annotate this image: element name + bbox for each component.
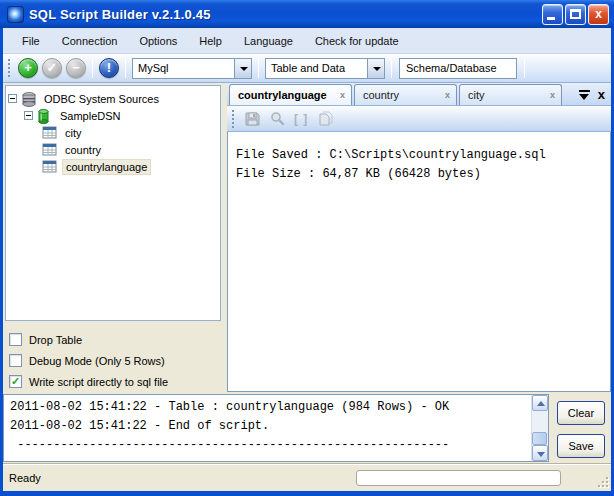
save-script-icon[interactable]	[244, 111, 261, 127]
database-type-value: MySql	[133, 62, 234, 74]
tab-countrylanguage[interactable]: countrylanguage x	[229, 84, 352, 105]
drop-table-option[interactable]: Drop Table	[9, 329, 223, 350]
log-scrollbar[interactable]	[531, 395, 548, 461]
options-panel: Drop Table Debug Mode (Only 5 Rows) ✓ Wr…	[3, 323, 223, 392]
progress-bar	[356, 470, 561, 486]
debug-mode-label: Debug Mode (Only 5 Rows)	[29, 355, 165, 367]
menu-check-for-update[interactable]: Check for update	[304, 30, 410, 52]
maximize-icon	[570, 9, 581, 19]
script-output[interactable]: File Saved : C:\Scripts\countrylanguage.…	[227, 132, 611, 392]
tab-close-icon[interactable]: x	[548, 90, 557, 100]
tree-label-countrylanguage[interactable]: countrylanguage	[62, 159, 151, 175]
table-icon	[42, 126, 58, 140]
tab-close-icon[interactable]: x	[338, 90, 347, 100]
write-script-option[interactable]: ✓ Write script directly to sql file	[9, 371, 223, 392]
sources-tree: ODBC System Sources SampleDSN city	[5, 85, 221, 321]
drop-table-label: Drop Table	[29, 334, 82, 346]
clear-button[interactable]: Clear	[557, 401, 605, 425]
tab-city[interactable]: city x	[459, 84, 562, 105]
title-bar[interactable]: SQL Script Builder v.2.1.0.45 x	[0, 0, 614, 28]
table-icon	[42, 160, 58, 174]
chevron-down-icon[interactable]	[234, 59, 251, 78]
tab-close-icon[interactable]: x	[443, 90, 452, 100]
main-toolbar: + ✓ − ! MySql Table and Data Schema/Data…	[3, 54, 611, 83]
add-connection-button[interactable]: +	[18, 58, 38, 78]
app-window: SQL Script Builder v.2.1.0.45 x File Con…	[0, 0, 614, 496]
toolbar-separator	[391, 58, 392, 78]
close-icon: x	[589, 7, 608, 22]
alert-button[interactable]: !	[99, 58, 119, 78]
menu-file[interactable]: File	[11, 30, 51, 52]
tree-label-odbc-sources[interactable]: ODBC System Sources	[41, 92, 162, 106]
app-icon	[7, 6, 24, 23]
tree-item-country[interactable]: country	[8, 141, 218, 158]
database-type-combobox[interactable]: MySql	[132, 58, 252, 79]
output-line-2: File Size : 64,87 KB (66428 bytes)	[236, 167, 481, 181]
collapse-icon[interactable]	[8, 94, 17, 103]
tree-item-countrylanguage[interactable]: countrylanguage	[8, 158, 218, 175]
menu-options[interactable]: Options	[128, 30, 188, 52]
tab-list-dropdown-icon[interactable]	[579, 90, 590, 100]
editor-toolbar: [ ]	[227, 106, 611, 132]
toolbar-separator	[92, 58, 93, 78]
confirm-button[interactable]: ✓	[42, 58, 62, 78]
dsn-database-icon	[37, 109, 53, 123]
scrollbar-thumb[interactable]	[532, 432, 547, 445]
write-script-label: Write script directly to sql file	[29, 376, 168, 388]
minimize-button[interactable]	[542, 4, 563, 25]
chevron-down-icon[interactable]	[367, 59, 384, 78]
resize-grip[interactable]	[596, 475, 608, 487]
tree-label-city[interactable]: city	[62, 126, 85, 140]
remove-button[interactable]: −	[66, 58, 86, 78]
tab-label: city	[468, 89, 548, 101]
server-database-icon	[21, 92, 37, 106]
write-script-checkbox[interactable]: ✓	[9, 375, 22, 388]
status-text: Ready	[9, 472, 41, 484]
close-button[interactable]: x	[588, 4, 609, 25]
schema-database-input[interactable]: Schema/Database	[399, 58, 517, 79]
minimize-icon	[547, 17, 555, 20]
tab-country[interactable]: country x	[354, 84, 457, 105]
debug-mode-checkbox[interactable]	[9, 354, 22, 367]
toolbar-grip[interactable]	[231, 110, 236, 128]
toolbar-separator	[258, 58, 259, 78]
close-tab-icon[interactable]: x	[598, 89, 605, 101]
copy-pages-icon[interactable]	[316, 111, 333, 127]
tab-label: countrylanguage	[238, 89, 338, 101]
tab-label: country	[363, 89, 443, 101]
brackets-icon[interactable]: [ ]	[294, 112, 308, 126]
tree-item-sampledsn[interactable]: SampleDSN	[8, 107, 218, 124]
menu-help[interactable]: Help	[188, 30, 233, 52]
window-title: SQL Script Builder v.2.1.0.45	[29, 7, 542, 22]
toolbar-separator	[125, 58, 126, 78]
log-lines: 2011-08-02 15:41:22 - Table : countrylan…	[4, 395, 531, 461]
tree-item-city[interactable]: city	[8, 124, 218, 141]
table-icon	[42, 143, 58, 157]
search-icon[interactable]	[269, 111, 286, 127]
tree-label-sampledsn[interactable]: SampleDSN	[57, 109, 124, 123]
tree-item-odbc-sources[interactable]: ODBC System Sources	[8, 90, 218, 107]
scrollbar-track[interactable]	[532, 411, 548, 445]
script-type-combobox[interactable]: Table and Data	[265, 58, 385, 79]
log-box[interactable]: 2011-08-02 15:41:22 - Table : countrylan…	[3, 394, 549, 462]
tab-bar: countrylanguage x country x city x x	[227, 83, 611, 106]
scroll-up-icon[interactable]	[532, 395, 548, 411]
maximize-button[interactable]	[565, 4, 586, 25]
log-line-1: 2011-08-02 15:41:22 - Table : countrylan…	[10, 400, 449, 414]
debug-mode-option[interactable]: Debug Mode (Only 5 Rows)	[9, 350, 223, 371]
tree-label-country[interactable]: country	[62, 143, 104, 157]
menu-bar: File Connection Options Help Language Ch…	[3, 28, 611, 54]
menu-language[interactable]: Language	[233, 30, 304, 52]
toolbar-separator	[524, 58, 525, 78]
status-bar: Ready	[3, 464, 611, 491]
collapse-icon[interactable]	[24, 111, 33, 120]
right-panel: countrylanguage x country x city x x	[227, 83, 611, 392]
drop-table-checkbox[interactable]	[9, 333, 22, 346]
scroll-down-icon[interactable]	[532, 445, 548, 461]
menu-connection[interactable]: Connection	[51, 30, 129, 52]
main-area: ODBC System Sources SampleDSN city	[3, 83, 611, 392]
output-line-1: File Saved : C:\Scripts\countrylanguage.…	[236, 148, 546, 162]
save-button[interactable]: Save	[557, 434, 605, 458]
log-row: 2011-08-02 15:41:22 - Table : countrylan…	[3, 392, 611, 464]
toolbar-grip[interactable]	[7, 59, 12, 77]
